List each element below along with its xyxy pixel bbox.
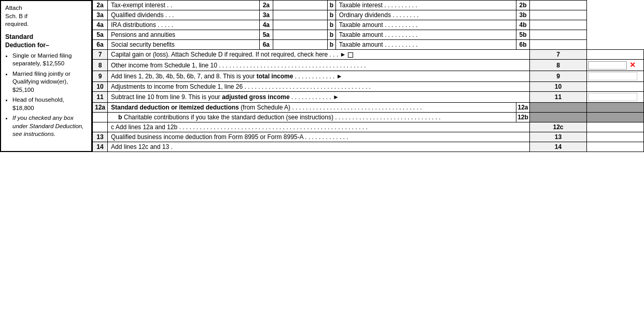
row-4a-input[interactable] — [274, 21, 326, 29]
sidebar-item-single: Single or Married filing separately, $12… — [12, 52, 87, 68]
row-3b-desc: Ordinary dividends . . . . . . . . — [335, 10, 516, 20]
row-14-input-cell — [587, 142, 644, 152]
row-5a-label: Pensions and annuities — [108, 30, 260, 40]
row-3a-label: Qualified dividends . . . — [108, 10, 260, 20]
row-9-right-num: 9 — [530, 71, 587, 82]
row-5a-input[interactable] — [274, 31, 326, 38]
row-4b-b-label: b — [327, 20, 335, 30]
row-6a-num: 6a — [93, 40, 108, 50]
row-12b: b Charitable contributions if you take t… — [93, 113, 644, 122]
row-7-input-cell — [587, 50, 644, 60]
row-12b-empty — [93, 113, 108, 122]
row-11-input-cell — [587, 92, 644, 103]
row-2a-label: Tax-exempt interest . . — [108, 1, 260, 10]
row-12c: c Add lines 12a and 12b . . . . . . . . … — [93, 122, 644, 132]
row-12c-input[interactable] — [588, 123, 642, 131]
row-9-num: 9 — [93, 71, 108, 82]
row-6a: 6a Social security benefits 6a b Taxable… — [93, 40, 644, 50]
row-7: 7 Capital gain or (loss). Attach Schedul… — [93, 50, 644, 60]
row-2a-ab-num: 2a — [259, 1, 273, 10]
row-14-input[interactable] — [588, 143, 642, 150]
row-4b-input-cell — [530, 20, 587, 30]
row-11-label: Subtract line 10 from line 9. This is yo… — [108, 92, 530, 103]
row-8-input-cell: ✕ — [587, 60, 644, 71]
row-5a-ab-num: 5a — [259, 30, 273, 40]
row-2a-input[interactable] — [274, 2, 326, 9]
row-14: 14 Add lines 12c and 13 . 14 — [93, 142, 644, 152]
row-3b-input[interactable] — [531, 11, 585, 19]
row-14-num: 14 — [93, 142, 108, 152]
row-2b-b-label: b — [327, 1, 335, 10]
row-4a-num: 4a — [93, 20, 108, 30]
form-table: 2a Tax-exempt interest . . 2a b Taxable … — [92, 0, 644, 152]
row-10-label: Adjustments to income from Schedule 1, l… — [108, 82, 530, 92]
row-9-input[interactable] — [588, 72, 637, 80]
row-5b-b-label: b — [327, 30, 335, 40]
row-7-input[interactable] — [588, 51, 642, 58]
sidebar-item-married-jointly: Married filing jointly or Qualifying wid… — [12, 70, 87, 94]
row-4b-input[interactable] — [531, 21, 585, 29]
row-6a-ab-num: 6a — [259, 40, 273, 50]
standard-deduction-title: Standard — [5, 33, 87, 42]
row-12a-num: 12a — [93, 103, 108, 113]
row-3a-input[interactable] — [274, 11, 326, 19]
row-13-num: 13 — [93, 132, 108, 142]
row-3b-b-label: b — [327, 10, 335, 20]
row-5b-input-cell — [530, 30, 587, 40]
row-12a-gray-num — [530, 103, 587, 113]
row-13-input[interactable] — [588, 133, 642, 141]
row-10-input[interactable] — [588, 83, 642, 90]
row-6a-input[interactable] — [274, 41, 326, 48]
row-11-right-num: 11 — [530, 92, 587, 103]
row-6a-input-cell — [273, 40, 327, 50]
row-12c-label: c Add lines 12a and 12b . . . . . . . . … — [108, 122, 530, 132]
row-3a-num: 3a — [93, 10, 108, 20]
row-9-label: Add lines 1, 2b, 3b, 4b, 5b, 6b, 7, and … — [108, 71, 530, 82]
row-12a-gray-cell — [587, 103, 644, 113]
row-3a-input-cell — [273, 10, 327, 20]
row-13: 13 Qualified business income deduction f… — [93, 132, 644, 142]
row-6b-input-cell — [530, 40, 587, 50]
row-6b-num: 6b — [516, 40, 529, 50]
row-8-num: 8 — [93, 60, 108, 71]
row-12a: 12a Standard deduction or itemized deduc… — [93, 103, 644, 113]
row-3a: 3a Qualified dividends . . . 3a b Ordina… — [93, 10, 644, 20]
row-12c-empty — [93, 122, 108, 132]
row-5a: 5a Pensions and annuities 5a b Taxable a… — [93, 30, 644, 40]
sidebar-item-head: Head of household, $18,800 — [12, 96, 87, 112]
row-2b-num: 2b — [516, 1, 529, 10]
row-11: 11 Subtract line 10 from line 9. This is… — [93, 92, 644, 103]
row-7-checkbox[interactable] — [348, 52, 353, 58]
row-6b-desc: Taxable amount . . . . . . . . . . — [335, 40, 516, 50]
row-8-input[interactable] — [588, 61, 627, 70]
row-7-label: Capital gain or (loss). Attach Schedule … — [108, 50, 530, 60]
row-12b-label: b Charitable contributions if you take t… — [108, 113, 516, 122]
row-12b-ab-num: 12b — [516, 113, 529, 122]
row-6b-input[interactable] — [531, 41, 585, 48]
row-12b-gray-num — [530, 113, 587, 122]
row-5a-input-cell — [273, 30, 327, 40]
row-11-input[interactable] — [588, 93, 637, 101]
row-2a: 2a Tax-exempt interest . . 2a b Taxable … — [93, 1, 644, 10]
row-4b-num: 4b — [516, 20, 529, 30]
row-6a-label: Social security benefits — [108, 40, 260, 50]
row-10-input-cell — [587, 82, 644, 92]
sidebar: Attach Sch. B if required. Standard Dedu… — [0, 0, 92, 152]
row-9: 9 Add lines 1, 2b, 3b, 4b, 5b, 6b, 7, an… — [93, 71, 644, 82]
row-2b-input[interactable] — [531, 2, 585, 9]
row-5b-input[interactable] — [531, 31, 585, 38]
row-12b-gray-cell — [587, 113, 644, 122]
row-2b-input-cell — [530, 1, 587, 10]
attach-label: Attach Sch. B if required. — [5, 4, 87, 29]
row-12a-label: Standard deduction or itemized deduction… — [108, 103, 516, 113]
row-4a-input-cell — [273, 20, 327, 30]
row-8-right-num: 8 — [530, 60, 587, 71]
row-3b-num: 3b — [516, 10, 529, 20]
row-9-input-cell — [587, 71, 644, 82]
row-7-right-num: 7 — [530, 50, 587, 60]
row-10-num: 10 — [93, 82, 108, 92]
row-5a-num: 5a — [93, 30, 108, 40]
row-6b-b-label: b — [327, 40, 335, 50]
row-4a: 4a IRA distributions . . . . . 4a b Taxa… — [93, 20, 644, 30]
row-12c-input-cell — [587, 122, 644, 132]
